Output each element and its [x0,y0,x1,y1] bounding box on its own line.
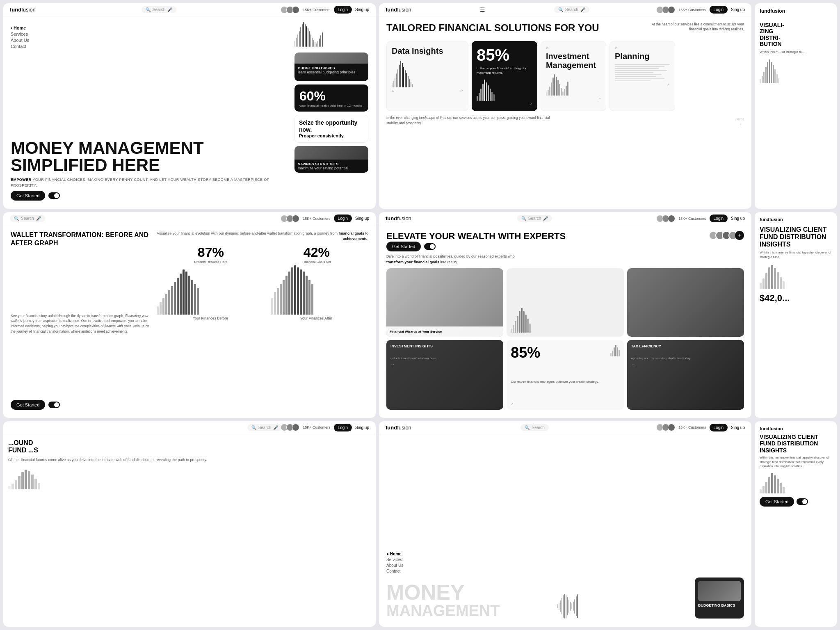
get-started-btn-1[interactable]: Get Started [11,191,45,201]
toggle-9[interactable] [797,498,808,505]
toggle-knob-9 [802,499,807,504]
seize-title: Seize the opportunity now. [299,119,364,133]
partial-bars-6 [760,264,832,289]
toggle-5[interactable] [424,243,436,250]
toggle-4[interactable] [48,402,60,408]
nav-right-1: 15K+ Customers Login Sing up [282,6,369,14]
service-85pct[interactable]: 85% optimize your financial strategy for… [472,41,537,111]
partial-bars-3 [760,59,832,83]
search-bar-8[interactable]: 🔍 Search [520,424,549,431]
money-waveform [557,594,690,619]
partial-brand-6: fundfusion [760,217,832,222]
service-planning[interactable]: ⊙ Planning ↗ [609,41,675,111]
partial-desc-6: Within this immerse financial tapestry, … [760,250,832,259]
service-investment[interactable]: ⊙ Investment Management [541,41,606,111]
login-btn-2[interactable]: Login [710,6,728,14]
person-photo-2: SAVINGS STRATEGIES maximize your saving … [294,146,368,173]
signup-btn-1[interactable]: Sing up [355,7,369,12]
card5-inner: ELEVATE YOUR WEALTH WITH EXPERTS + Get S… [379,225,751,415]
br-bars [760,473,832,493]
login-btn-7[interactable]: Login [334,424,352,431]
card-money-management: fundfusion 🔍 Search 🎤 15K+ Customers Log… [3,3,376,209]
money-bottom-layout: MONEY MANAGEMENT [386,578,744,619]
customers-count-5: 15K+ Customers [678,217,706,221]
before-bars [157,269,254,315]
partial-title-3: VISUALI-ZINGDISTRI-BUTION [760,22,832,48]
elevate-photo-person [627,268,744,337]
investment-insights-link[interactable]: unlock investment wisdom here. [390,356,499,360]
services-grid: Data Insights [386,41,744,111]
card-wallet-transformation: 🔍 Search 🎤 15K+ Customers Login Sing up … [3,212,376,418]
nav-links-group: Home Services About Us Contact [11,22,290,49]
chart-area: 87% Dreams Realized Here 42% Financial G… [157,245,368,410]
elevate-get-started-btn[interactable]: Get Started [386,242,421,251]
add-member-btn[interactable]: + [735,231,744,240]
scroll-indicator-2: scroll ↓ [736,117,744,126]
card1-left: Home Services About Us Contact MONEY MAN… [11,22,290,201]
elevate-layout: ELEVATE YOUR WEALTH WITH EXPERTS + Get S… [386,231,744,409]
card-tailored: fundfusion ☰ 🔍 Search 🎤 15K+ Customers L… [379,3,751,209]
elevate-header-row: ELEVATE YOUR WEALTH WITH EXPERTS + [386,231,744,242]
card2-bottom-row: In the ever-changing landscape of financ… [386,115,744,126]
elevate-photo-desk: Financial Wizards at Your Service [386,268,503,337]
budgeting-img-8 [698,581,741,601]
wallet-title: WALLET TRANSFORMATION: BEFORE AND AFTER … [11,231,152,247]
wallet-top-desc: Visualize your financial evolution with … [157,231,368,241]
tax-efficiency-link[interactable]: optimize your tax-saving strategies toda… [631,356,740,360]
login-btn-4[interactable]: Login [334,215,352,222]
toggle-knob-5 [430,244,435,249]
signup-btn-4[interactable]: Sing up [355,216,369,221]
stat-87: 87% Dreams Realized Here [194,245,227,264]
mic-icon-2: 🎤 [580,7,585,12]
signup-btn-5[interactable]: Sing up [731,216,745,221]
search-bar-2[interactable]: 🔍 Search 🎤 [554,6,589,13]
login-btn-1[interactable]: Login [334,6,352,14]
hamburger-icon[interactable]: ☰ [480,7,485,13]
savings-title: SAVINGS STRATEGIES [298,162,365,166]
search-icon-4: 🔍 [14,216,19,221]
service-data-insights[interactable]: Data Insights [386,41,468,111]
wallet-left: WALLET TRANSFORMATION: BEFORE AND AFTER … [11,231,152,409]
nav-about[interactable]: About Us [11,38,290,43]
nav-right-2: 15K+ Customers Login Sing up [658,6,745,14]
search-bar-5[interactable]: 🔍 Search 🎤 [517,215,552,222]
card1-inner: Home Services About Us Contact MONEY MAN… [3,16,376,206]
avatar-group-7 [282,424,299,431]
hero-title: MONEY MANAGEMENT SIMPLIFIED HERE [11,139,290,174]
search-icon-2: 🔍 [558,7,563,12]
services-header-row: TAILORED FINANCIAL SOLUTIONS FOR YOU At … [386,22,744,38]
wallet-get-started-btn[interactable]: Get Started [11,400,45,410]
login-btn-5[interactable]: Login [710,215,728,222]
card7-title: ...OUNDFUND ...S [8,439,371,454]
tailored-bottom-text: In the ever-changing landscape of financ… [386,115,550,126]
elevate-mini-bar-card [507,268,623,337]
nav-home[interactable]: Home [11,25,290,30]
toggle-1[interactable] [48,192,60,199]
nav-links: Home Services About Us Contact [11,25,290,49]
budgeting-card-8: BUDGETING BASICS [695,578,744,619]
search-bar-4[interactable]: 🔍 Search 🎤 [10,215,45,222]
stat-pct-60: 60% [299,89,363,104]
mic-icon-4: 🎤 [36,216,41,221]
br-get-started-btn[interactable]: Get Started [760,497,794,507]
card-bottom-right: fundfusion VISUALIZING CLIENT FUND DISTR… [755,421,837,627]
avatar-group-4 [282,215,299,222]
signup-btn-8[interactable]: Sing up [731,425,745,430]
search-bar-1[interactable]: 🔍 Search 🎤 [142,6,177,13]
login-btn-8[interactable]: Login [710,424,728,431]
wallet-body-desc: See your financial story unfold through … [11,313,152,334]
signup-btn-2[interactable]: Sing up [731,7,745,12]
customers-count-1: 15K+ Customers [303,8,330,12]
search-bar-7[interactable]: 🔍 Search 🎤 [247,424,283,431]
budgeting-sub: learn essential budgeting principles. [298,70,365,74]
cta-row: Get Started [11,191,290,201]
card-elevate-wealth: fundfusion 🔍 Search 🎤 15K+ Customers Log… [379,212,751,418]
investment-bars [546,73,601,96]
card1-content: Home Services About Us Contact MONEY MAN… [11,22,368,201]
card4-inner: WALLET TRANSFORMATION: BEFORE AND AFTER … [3,225,376,415]
nav-contact[interactable]: Contact [11,44,290,49]
person-photo-1: BUDGETING BASICS learn essential budgeti… [294,52,368,81]
nav-services[interactable]: Services [11,32,290,37]
service-85-pct: 85% [477,46,532,64]
signup-btn-7[interactable]: Sing up [355,425,369,430]
